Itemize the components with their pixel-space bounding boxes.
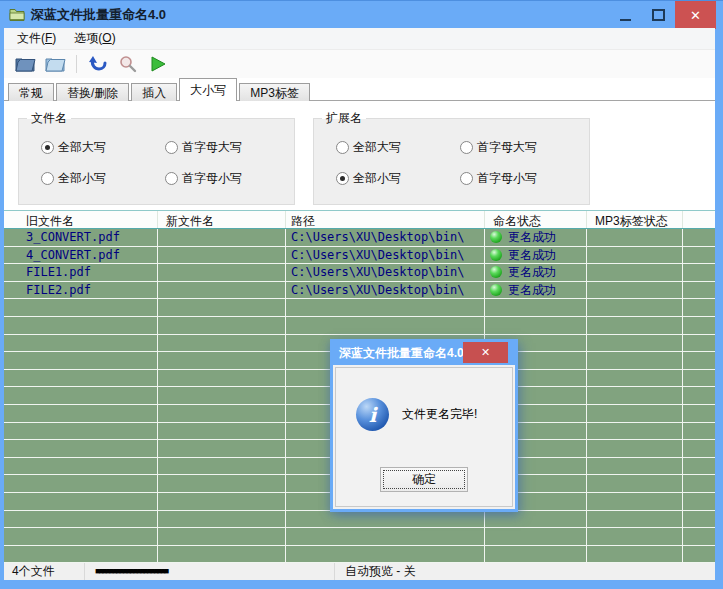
table-cell xyxy=(587,247,683,264)
table-cell xyxy=(587,282,683,299)
undo-icon xyxy=(88,55,108,73)
undo-button[interactable] xyxy=(86,52,110,76)
progress-bar: ■■■■■■■■■■■■■■■■■■■■■ xyxy=(85,563,335,580)
table-cell xyxy=(4,475,158,492)
table-cell: 更名成功 xyxy=(485,247,587,264)
table-cell xyxy=(587,299,683,316)
table-cell: 更名成功 xyxy=(485,229,587,246)
table-row[interactable] xyxy=(4,511,715,529)
dialog-message-row: i 文件更名完毕! xyxy=(336,368,512,431)
maximize-button[interactable] xyxy=(642,1,675,29)
table-cell: FILE1.pdf xyxy=(4,264,158,281)
extension-groupbox: 扩展名 全部大写 首字母大写 全部小写 首字母小写 xyxy=(313,118,590,205)
window-border-right xyxy=(715,28,723,589)
table-cell: 3_CONVERT.pdf xyxy=(4,229,158,246)
table-row[interactable]: FILE2.pdfC:\Users\XU\Desktop\bin\更名成功 xyxy=(4,282,715,300)
table-cell: 更名成功 xyxy=(485,282,587,299)
header-spacer xyxy=(683,211,715,228)
tab-mp3[interactable]: MP3标签 xyxy=(239,83,310,101)
filename-options: 全部大写 首字母大写 全部小写 首字母小写 xyxy=(41,139,242,187)
table-row[interactable]: 3_CONVERT.pdfC:\Users\XU\Desktop\bin\更名成… xyxy=(4,229,715,247)
header-old-name[interactable]: 旧文件名 xyxy=(4,211,158,228)
window-title: 深蓝文件批量重命名4.0 xyxy=(31,6,166,24)
table-cell xyxy=(683,317,715,334)
tab-general[interactable]: 常规 xyxy=(8,83,54,101)
table-cell xyxy=(683,528,715,545)
preview-button[interactable] xyxy=(116,52,140,76)
add-folder-button[interactable] xyxy=(43,52,67,76)
tab-replace-delete[interactable]: 替换/删除 xyxy=(56,83,129,101)
table-cell xyxy=(4,352,158,369)
table-cell xyxy=(587,423,683,440)
add-files-button[interactable] xyxy=(13,52,37,76)
table-cell xyxy=(158,229,286,246)
radio-extension-uppercase[interactable]: 全部大写 xyxy=(336,139,460,156)
dialog-title: 深蓝文件批量重命名4.0 xyxy=(339,345,464,362)
tab-insert[interactable]: 插入 xyxy=(131,83,177,101)
close-button[interactable]: ✕ xyxy=(675,1,716,29)
table-cell xyxy=(587,264,683,281)
menu-bar: 文件(F) 选项(O) xyxy=(4,28,715,50)
radio-extension-lowerfirst[interactable]: 首字母小写 xyxy=(460,170,537,187)
table-cell xyxy=(587,511,683,528)
minimize-button[interactable] xyxy=(609,1,642,29)
table-cell xyxy=(485,299,587,316)
table-cell xyxy=(158,423,286,440)
radio-icon xyxy=(165,172,178,185)
ok-button-label: 确定 xyxy=(412,471,436,488)
radio-filename-lowerfirst[interactable]: 首字母小写 xyxy=(165,170,242,187)
table-cell xyxy=(485,317,587,334)
table-row[interactable] xyxy=(4,299,715,317)
dialog-close-button[interactable]: ✕ xyxy=(463,342,508,363)
add-files-icon xyxy=(15,56,36,73)
radio-icon xyxy=(41,141,54,154)
status-bar: 4个文件 ■■■■■■■■■■■■■■■■■■■■■ 自动预览 - 关 xyxy=(4,563,715,580)
table-cell xyxy=(158,493,286,510)
table-cell: 4_CONVERT.pdf xyxy=(4,247,158,264)
table-cell xyxy=(485,528,587,545)
close-icon: ✕ xyxy=(690,8,701,23)
table-cell xyxy=(4,335,158,352)
table-row[interactable] xyxy=(4,317,715,335)
start-rename-button[interactable] xyxy=(146,52,170,76)
radio-extension-capitalize[interactable]: 首字母大写 xyxy=(460,139,537,156)
table-cell xyxy=(587,335,683,352)
table-row[interactable]: 4_CONVERT.pdfC:\Users\XU\Desktop\bin\更名成… xyxy=(4,247,715,265)
menu-file[interactable]: 文件(F) xyxy=(10,28,63,49)
header-path[interactable]: 路径 xyxy=(286,211,485,228)
header-mp3-status[interactable]: MP3标签状态 xyxy=(587,211,683,228)
table-cell xyxy=(587,317,683,334)
table-row[interactable] xyxy=(4,528,715,546)
menu-options[interactable]: 选项(O) xyxy=(67,28,122,49)
table-cell xyxy=(286,299,485,316)
radio-filename-capitalize[interactable]: 首字母大写 xyxy=(165,139,242,156)
table-cell xyxy=(683,546,715,563)
tab-strip: 常规 替换/删除 插入 大小写 MP3标签 xyxy=(4,78,715,101)
table-cell xyxy=(286,511,485,528)
table-row[interactable] xyxy=(4,546,715,563)
table-cell xyxy=(587,458,683,475)
radio-filename-lowercase[interactable]: 全部小写 xyxy=(41,170,165,187)
radio-icon xyxy=(460,172,473,185)
maximize-icon xyxy=(652,9,665,21)
minimize-icon xyxy=(620,19,631,21)
extension-options: 全部大写 首字母大写 全部小写 首字母小写 xyxy=(336,139,537,187)
table-cell xyxy=(683,423,715,440)
table-row[interactable]: FILE1.pdfC:\Users\XU\Desktop\bin\更名成功 xyxy=(4,264,715,282)
table-cell xyxy=(683,493,715,510)
table-cell xyxy=(4,458,158,475)
header-new-name[interactable]: 新文件名 xyxy=(158,211,286,228)
tab-case[interactable]: 大小写 xyxy=(179,78,237,101)
table-cell xyxy=(683,440,715,457)
progress-squares: ■■■■■■■■■■■■■■■■■■■■■ xyxy=(95,567,167,576)
success-ball-icon xyxy=(490,249,502,261)
table-cell xyxy=(683,370,715,387)
radio-filename-uppercase[interactable]: 全部大写 xyxy=(41,139,165,156)
radio-extension-lowercase[interactable]: 全部小写 xyxy=(336,170,460,187)
header-rename-status[interactable]: 命名状态 xyxy=(485,211,587,228)
success-ball-icon xyxy=(490,266,502,278)
info-icon: i xyxy=(356,398,389,431)
case-tab-panel: 文件名 全部大写 首字母大写 全部小写 首字母小写 扩展名 全部大写 首字母大写… xyxy=(4,101,715,210)
table-cell: C:\Users\XU\Desktop\bin\ xyxy=(286,247,485,264)
ok-button[interactable]: 确定 xyxy=(380,467,468,492)
